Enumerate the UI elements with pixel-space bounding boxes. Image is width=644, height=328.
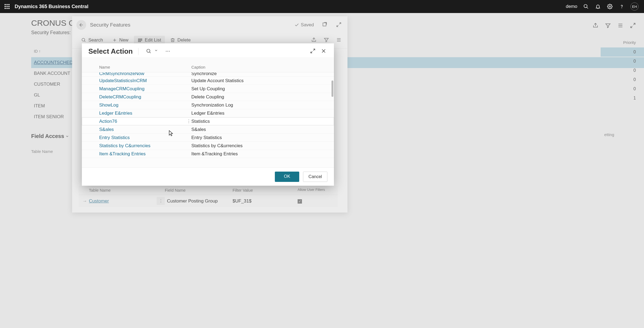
- svg-point-9: [584, 5, 587, 8]
- action-name-link[interactable]: Item &Tracking Entries: [99, 151, 191, 157]
- action-caption: Synchronization Log: [191, 102, 326, 108]
- svg-point-34: [166, 51, 167, 52]
- user-avatar[interactable]: EH: [630, 2, 639, 11]
- row-more-icon[interactable]: ⋮: [186, 118, 191, 124]
- action-name-link[interactable]: Action76: [99, 119, 186, 124]
- action-grid-header: Name Caption: [82, 57, 334, 72]
- more-actions-icon[interactable]: [165, 49, 171, 54]
- action-name-link[interactable]: DeleteCRMCoupling: [99, 94, 191, 100]
- action-name-link[interactable]: CRMSynchronizeNow: [99, 72, 191, 76]
- col-name[interactable]: Name: [99, 65, 191, 69]
- action-name-link[interactable]: Ledger E&ntries: [99, 111, 191, 116]
- chevron-down-icon[interactable]: [154, 49, 160, 54]
- action-row[interactable]: ShowLogSynchronization Log: [82, 101, 334, 109]
- svg-rect-7: [7, 8, 8, 9]
- svg-point-32: [147, 49, 150, 52]
- action-grid-body: CRMSynchronizeNowSynchronizeUpdateStatis…: [82, 72, 334, 168]
- svg-rect-2: [8, 4, 9, 5]
- action-row[interactable]: Entry StatisticsEntry Statistics: [82, 134, 334, 142]
- close-icon[interactable]: [321, 48, 327, 55]
- search-icon[interactable]: [583, 3, 589, 10]
- select-action-dialog: Select Action Name Caption CRMSynchroniz…: [82, 43, 334, 186]
- action-caption: Delete Coupling: [191, 94, 326, 100]
- help-icon[interactable]: [619, 3, 625, 10]
- svg-point-35: [167, 51, 168, 52]
- settings-icon[interactable]: [607, 3, 613, 10]
- action-caption: Update Account Statistics: [191, 78, 326, 83]
- action-row[interactable]: Statistics by C&urrenciesStatistics by C…: [82, 142, 334, 150]
- svg-point-36: [169, 51, 170, 52]
- action-name-link[interactable]: S&ales: [99, 127, 191, 132]
- topbar: Dynamics 365 Business Central demo EH: [0, 0, 644, 13]
- scrollbar-thumb[interactable]: [331, 81, 333, 97]
- svg-line-37: [313, 49, 315, 50]
- svg-rect-5: [8, 6, 9, 7]
- svg-rect-1: [7, 4, 8, 5]
- action-name-link[interactable]: ManageCRMCoupling: [99, 86, 191, 92]
- svg-line-38: [311, 51, 313, 53]
- app-launcher-icon[interactable]: [3, 2, 11, 11]
- ok-button[interactable]: OK: [275, 172, 299, 182]
- action-caption: Statistics by C&urrencies: [191, 143, 326, 149]
- svg-point-12: [622, 8, 622, 8]
- expand-icon[interactable]: [310, 48, 317, 55]
- action-name-link[interactable]: Entry Statistics: [99, 135, 191, 140]
- svg-rect-8: [8, 8, 9, 9]
- svg-rect-3: [5, 6, 6, 7]
- action-name-link[interactable]: ShowLog: [99, 102, 191, 108]
- action-row[interactable]: CRMSynchronizeNowSynchronize: [82, 72, 334, 77]
- svg-line-33: [149, 52, 150, 53]
- action-row[interactable]: DeleteCRMCouplingDelete Coupling: [82, 93, 334, 101]
- action-row[interactable]: Item &Tracking EntriesItem &Tracking Ent…: [82, 150, 334, 158]
- product-title: Dynamics 365 Business Central: [15, 4, 88, 9]
- action-name-link[interactable]: Statistics by C&urrencies: [99, 143, 191, 149]
- svg-rect-6: [5, 8, 6, 9]
- action-caption: Synchronize: [191, 72, 326, 76]
- action-caption: Statistics: [191, 119, 326, 124]
- cancel-button[interactable]: Cancel: [303, 172, 327, 182]
- action-caption: Entry Statistics: [191, 135, 326, 140]
- action-caption: Set Up Coupling: [191, 86, 326, 92]
- svg-line-10: [587, 7, 588, 9]
- dialog-title: Select Action: [88, 47, 133, 56]
- action-row[interactable]: ManageCRMCouplingSet Up Coupling: [82, 85, 334, 93]
- svg-rect-4: [7, 6, 8, 7]
- action-caption: S&ales: [191, 127, 326, 132]
- notification-icon[interactable]: [595, 3, 601, 10]
- environment-label: demo: [566, 4, 577, 9]
- action-row[interactable]: S&alesS&ales: [82, 126, 334, 134]
- action-caption: Item &Tracking Entries: [191, 151, 326, 157]
- action-row[interactable]: Ledger E&ntriesLedger E&ntries: [82, 109, 334, 117]
- svg-rect-0: [5, 4, 6, 5]
- search-icon[interactable]: [146, 49, 152, 54]
- col-caption[interactable]: Caption: [191, 65, 326, 69]
- action-name-link[interactable]: UpdateStatisticsInCRM: [99, 78, 191, 83]
- svg-point-11: [609, 6, 611, 7]
- action-row[interactable]: UpdateStatisticsInCRMUpdate Account Stat…: [82, 77, 334, 85]
- action-row[interactable]: Action76⋮Statistics: [82, 117, 334, 126]
- action-caption: Ledger E&ntries: [191, 111, 326, 116]
